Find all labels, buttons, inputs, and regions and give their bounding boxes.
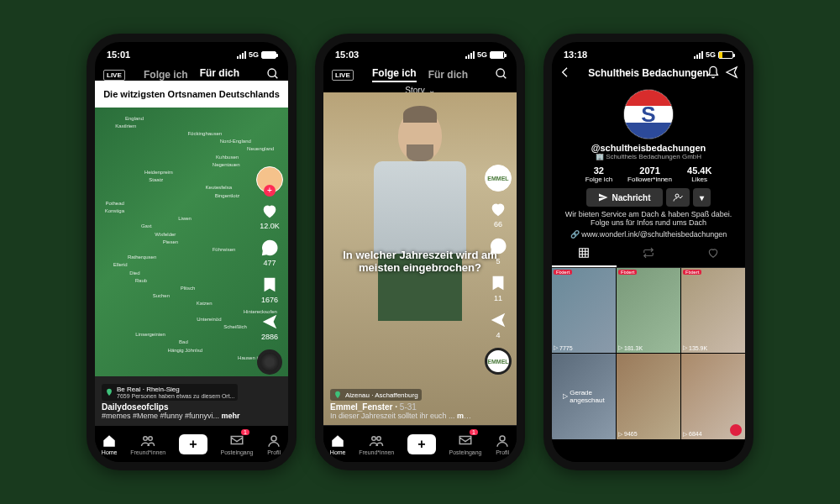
video-feed[interactable]: Die witzigsten Ortsnamen Deutschlands En…: [95, 81, 288, 425]
grid-item[interactable]: Fixiert▷135.9K: [681, 268, 745, 353]
sound-disc[interactable]: [257, 349, 282, 375]
send-icon: [598, 192, 608, 202]
share-profile-button[interactable]: [725, 66, 738, 81]
status-right: 5G: [465, 50, 505, 59]
nav-profile[interactable]: Profil: [266, 433, 281, 455]
nav-inbox[interactable]: 1Posteingang: [221, 433, 254, 455]
view-count: ▷181.3K: [618, 344, 643, 351]
sound-disc[interactable]: EMMEL: [485, 348, 512, 375]
tab-reposts[interactable]: [617, 244, 681, 267]
stat-followers[interactable]: 2071Follower*innen: [627, 165, 672, 183]
username[interactable]: Dailydoseofclips: [102, 402, 246, 412]
share-button[interactable]: 2886: [260, 312, 279, 341]
video-feed[interactable]: In welcher Jahreszeit wird am meisten ei…: [323, 92, 517, 425]
nav-home[interactable]: Home: [102, 433, 118, 455]
follow-plus-icon[interactable]: +: [264, 185, 276, 197]
nav-inbox[interactable]: 1Posteingang: [449, 433, 482, 455]
video-title-banner: Die witzigsten Ortsnamen Deutschlands: [95, 81, 288, 108]
profile-company: 🏢 Schultheis Bedachungen GmbH: [552, 153, 745, 160]
svg-point-4: [271, 436, 276, 441]
svg-point-0: [268, 69, 276, 76]
action-rail: + 12.0K 477 1676 2886: [256, 166, 283, 375]
signal-icon: [465, 51, 475, 59]
profile-page: Schultheis Bedachungen S @schultheisbeda…: [552, 64, 745, 462]
creator-avatar[interactable]: +: [256, 166, 283, 193]
save-button[interactable]: 1676: [260, 276, 279, 304]
battery-icon: [261, 51, 276, 59]
play-icon: ▷: [618, 431, 622, 438]
video-meta: Be Real · Rhein-Sieg7659 Personen haben …: [102, 384, 246, 420]
back-button[interactable]: [559, 66, 572, 81]
home-icon: [330, 433, 345, 449]
profile-link[interactable]: 🔗 www.wonderl.ink/@schultheisbedachungen: [552, 230, 745, 239]
pinned-badge: Fixiert: [554, 270, 572, 275]
nav-create[interactable]: +: [179, 434, 207, 454]
signal-icon: [237, 51, 246, 59]
live-button[interactable]: LIVE: [103, 70, 125, 81]
profile-header: Schultheis Bedachungen: [552, 64, 745, 82]
svg-point-9: [500, 436, 505, 441]
caption[interactable]: #memes #Meme #funny #funnyvi... mehr: [102, 412, 246, 420]
network-label: 5G: [477, 50, 487, 59]
profile-bio: Wir bieten Service am Dach & haben Spaß …: [552, 207, 745, 230]
grid-item[interactable]: ▷6844: [681, 354, 745, 438]
like-button[interactable]: 12.0K: [260, 202, 280, 230]
live-button[interactable]: LIVE: [332, 70, 354, 81]
grid-icon: [578, 247, 590, 259]
svg-point-5: [496, 69, 504, 76]
grid-item[interactable]: ▷9465: [617, 354, 680, 438]
tab-following[interactable]: Folge ich: [372, 67, 417, 82]
action-rail: EMMEL 66 5 11 4 EMMEL: [485, 165, 512, 375]
profile-title: Schultheis Bedachungen: [588, 67, 708, 79]
profile-handle: @schultheisbedachungen: [552, 143, 745, 153]
location-chip[interactable]: Alzenau · Aschaffenburg: [330, 389, 422, 401]
clock: 13:18: [564, 50, 587, 60]
nav-home[interactable]: Home: [330, 433, 346, 455]
svg-line-6: [503, 76, 506, 78]
clock: 15:03: [335, 50, 359, 60]
more-options-button[interactable]: ▾: [693, 188, 711, 207]
status-right: 5G: [237, 50, 276, 59]
creator-avatar[interactable]: EMMEL: [485, 165, 512, 192]
tab-grid[interactable]: [552, 244, 617, 267]
phone-2-feed-video: 15:03 5G LIVE Folge ich Für dich Story ⌄…: [315, 34, 525, 470]
message-button[interactable]: Nachricht: [586, 188, 662, 207]
comment-button[interactable]: 477: [260, 239, 279, 267]
stat-likes[interactable]: 45.4KLikes: [687, 165, 711, 183]
comment-button[interactable]: 5: [489, 237, 507, 265]
location-chip[interactable]: Be Real · Rhein-Sieg7659 Personen haben …: [102, 384, 238, 401]
nav-friends[interactable]: Freund*innen: [359, 433, 394, 455]
friends-icon: [369, 433, 384, 449]
save-button[interactable]: 11: [489, 274, 507, 302]
search-icon[interactable]: [495, 67, 508, 83]
following-dropdown-button[interactable]: [666, 188, 690, 207]
network-label: 5G: [249, 50, 259, 59]
play-icon: ▷: [683, 431, 687, 438]
nav-create[interactable]: +: [407, 434, 436, 454]
notch: [378, 42, 462, 60]
grid-item[interactable]: Fixiert▷181.3K: [617, 268, 680, 353]
pinned-badge: Fixiert: [683, 270, 701, 275]
nav-friends[interactable]: Freund*innen: [130, 433, 165, 455]
stat-following[interactable]: 32Folge ich: [585, 165, 612, 183]
grid-item[interactable]: Fixiert▷7775: [552, 268, 616, 353]
phone-1-feed-map: 15:01 5G LIVE Folge ich Für dich Die wit…: [87, 34, 297, 470]
share-button[interactable]: 4: [489, 311, 507, 339]
grid-item[interactable]: ▷Gerade angeschaut: [552, 354, 616, 438]
tab-liked[interactable]: [680, 244, 745, 267]
username[interactable]: Emmel_Fenster · 5-31: [330, 402, 475, 412]
bottom-nav: Home Freund*innen + 1Posteingang Profil: [323, 425, 517, 462]
nav-profile[interactable]: Profil: [495, 433, 510, 455]
profile-icon: [266, 433, 281, 449]
caption[interactable]: In dieser Jahreszeit solltet ihr euch ..…: [330, 412, 475, 420]
video-person: [365, 109, 475, 328]
repost-icon: [643, 247, 654, 259]
view-count: ▷7775: [554, 344, 573, 351]
profile-avatar[interactable]: S: [623, 89, 674, 139]
svg-point-2: [144, 436, 148, 440]
tab-following[interactable]: Folge ich: [144, 69, 188, 81]
tab-for-you[interactable]: Für dich: [428, 69, 468, 81]
like-button[interactable]: 66: [489, 200, 507, 228]
notifications-button[interactable]: [706, 66, 720, 81]
play-icon: ▷: [683, 344, 687, 351]
